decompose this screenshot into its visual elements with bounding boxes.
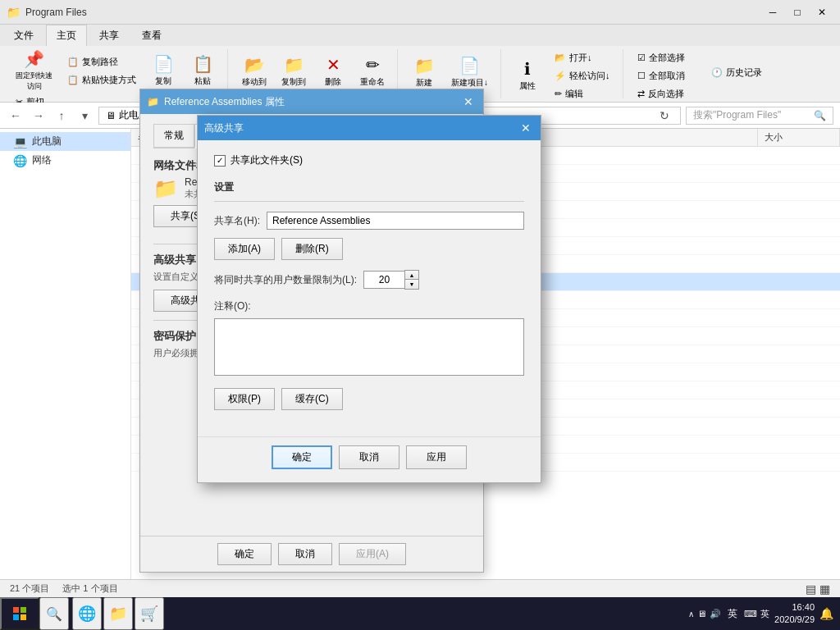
- copy-path-button[interactable]: 📋 复制路径: [62, 53, 142, 70]
- copy-to-button[interactable]: 📁 复制到: [276, 50, 312, 93]
- user-limit-label: 将同时共享的用户数量限制为(L):: [214, 273, 357, 287]
- taskbar-search-icon: 🔍: [46, 606, 62, 622]
- ime-lang-indicator[interactable]: 英: [760, 608, 769, 620]
- adv-apply-button[interactable]: 应用: [406, 445, 467, 469]
- network-tray-icon[interactable]: 🖥: [697, 609, 706, 619]
- invert-select-button[interactable]: ⇄ 反向选择: [632, 85, 691, 102]
- ribbon-group-properties: ℹ 属性 📂 打开↓ ⚡ 轻松访问↓ ✏: [503, 49, 623, 98]
- sidebar-item-this-pc[interactable]: 💻 此电脑: [0, 132, 130, 151]
- taskbar-pinned-apps: 🌐 📁 🛒: [72, 597, 164, 630]
- volume-tray-icon[interactable]: 🔊: [710, 609, 721, 619]
- paste-label: 粘贴: [194, 75, 211, 87]
- rename-button[interactable]: ✏ 重命名: [354, 50, 390, 93]
- copy-to-icon: 📁: [284, 55, 304, 75]
- props-label: 属性: [519, 80, 536, 92]
- select-buttons: ☑ 全部选择 ☐ 全部取消 ⇄ 反向选择: [632, 49, 691, 102]
- organize-buttons: 📂 移动到 📁 复制到 ✕ 删除 ✏ 重命名: [236, 49, 390, 94]
- edit-icon: ✏: [555, 89, 562, 99]
- cache-button[interactable]: 缓存(C): [281, 388, 343, 410]
- easy-access-icon: ⚡: [555, 71, 566, 81]
- close-properties-button[interactable]: ✕: [460, 94, 477, 110]
- open-button[interactable]: 📂 打开↓: [549, 49, 616, 66]
- up-button[interactable]: ↑: [52, 107, 71, 125]
- add-remove-buttons: 添加(A) 删除(R): [214, 238, 524, 260]
- tab-home[interactable]: 主页: [46, 25, 87, 46]
- ribbon-tabs: 文件 主页 共享 查看: [0, 25, 840, 46]
- start-button[interactable]: [0, 597, 39, 630]
- easy-access-button[interactable]: ⚡ 轻松访问↓: [549, 67, 616, 84]
- delete-label: 删除: [325, 76, 341, 88]
- search-placeholder: 搜索"Program Files": [693, 108, 781, 122]
- share-name-input[interactable]: [267, 212, 524, 230]
- user-limit-spinner: ▲ ▼: [363, 270, 419, 290]
- note-textarea[interactable]: [214, 318, 524, 376]
- svg-rect-1: [21, 607, 26, 613]
- tab-general[interactable]: 常规: [153, 124, 194, 147]
- deselect-all-button[interactable]: ☐ 全部取消: [632, 67, 691, 84]
- add-share-button[interactable]: 添加(A): [214, 238, 275, 260]
- svg-rect-3: [21, 614, 26, 620]
- pin-button[interactable]: 📌 固定到快速访问: [10, 49, 58, 92]
- network-label: 网络: [32, 153, 52, 167]
- copy-button[interactable]: 📄 复制: [145, 49, 181, 92]
- forward-button[interactable]: →: [30, 107, 48, 125]
- item-count: 21 个项目: [10, 582, 49, 595]
- share-checkbox[interactable]: ✓: [214, 155, 226, 167]
- remove-share-button[interactable]: 删除(R): [281, 238, 343, 260]
- close-explorer-button[interactable]: ✕: [810, 4, 833, 21]
- search-icon: 🔍: [814, 110, 826, 121]
- paste-shortcut-button[interactable]: 📋 粘贴快捷方式: [62, 71, 142, 88]
- this-pc-icon: 💻: [13, 135, 27, 148]
- invert-label: 反向选择: [648, 88, 684, 100]
- new-folder-label: 新建: [416, 77, 432, 89]
- delete-button[interactable]: ✕ 删除: [315, 50, 351, 93]
- props-ok-button[interactable]: 确定: [217, 543, 272, 565]
- minimize-button[interactable]: ─: [761, 4, 784, 21]
- permissions-button[interactable]: 权限(P): [214, 388, 275, 410]
- sidebar-item-network[interactable]: 🌐 网络: [0, 151, 130, 170]
- props-apply-button[interactable]: 应用(A): [339, 543, 406, 565]
- deselect-icon: ☐: [637, 71, 646, 81]
- history-button[interactable]: 🕐 历史记录: [705, 64, 768, 80]
- ime-indicator[interactable]: 英: [724, 605, 741, 623]
- maximize-button[interactable]: □: [786, 4, 809, 21]
- taskbar-explorer-button[interactable]: 📁: [103, 597, 133, 630]
- props-cancel-button[interactable]: 取消: [278, 543, 332, 565]
- taskbar-search-button[interactable]: 🔍: [39, 597, 69, 630]
- spinner-down-button[interactable]: ▼: [405, 280, 418, 289]
- move-to-button[interactable]: 📂 移动到: [236, 50, 272, 93]
- close-advanced-button[interactable]: ✕: [518, 120, 534, 136]
- tray-chevron-icon[interactable]: ∧: [688, 609, 694, 619]
- clock-date: 2020/9/29: [774, 614, 815, 626]
- new-item-button[interactable]: 📄 新建项目↓: [445, 51, 494, 94]
- notification-button[interactable]: 🔔: [819, 607, 833, 620]
- adv-cancel-button[interactable]: 取消: [339, 445, 399, 469]
- edit-button[interactable]: ✏ 编辑: [549, 85, 616, 102]
- new-item-icon: 📄: [459, 56, 480, 75]
- adv-ok-button[interactable]: 确定: [272, 445, 332, 469]
- back-button[interactable]: ←: [7, 107, 25, 125]
- taskbar-store-button[interactable]: 🛒: [135, 597, 164, 630]
- tab-file[interactable]: 文件: [3, 25, 44, 46]
- paste-button[interactable]: 📋 粘贴: [185, 49, 221, 92]
- select-all-button[interactable]: ☑ 全部选择: [632, 49, 691, 66]
- taskbar-edge-button[interactable]: 🌐: [72, 597, 102, 630]
- user-limit-input[interactable]: [363, 271, 404, 289]
- tab-share[interactable]: 共享: [89, 25, 130, 46]
- new-folder-button[interactable]: 📁 新建: [406, 51, 442, 94]
- recent-button[interactable]: ▾: [75, 107, 94, 125]
- copy-label: 复制: [155, 75, 171, 87]
- props-icon: ℹ: [524, 59, 531, 79]
- tab-view[interactable]: 查看: [131, 25, 172, 46]
- view-toggle-icons[interactable]: ▤ ▦: [806, 582, 830, 596]
- col-size-header[interactable]: 大小: [758, 129, 840, 146]
- properties-button[interactable]: ℹ 属性: [509, 54, 546, 97]
- spinner-up-button[interactable]: ▲: [405, 271, 418, 280]
- taskbar-clock[interactable]: 16:40 2020/9/29: [774, 601, 815, 627]
- refresh-button[interactable]: ↻: [655, 107, 673, 125]
- explorer-icon: 📁: [109, 605, 127, 623]
- history-label: 历史记录: [726, 66, 762, 79]
- keyboard-icon[interactable]: ⌨: [744, 609, 757, 619]
- clock-time: 16:40: [774, 601, 815, 614]
- delete-icon: ✕: [326, 55, 340, 75]
